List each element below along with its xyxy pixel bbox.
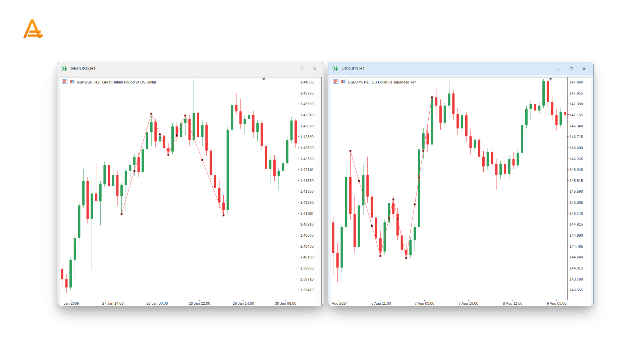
svg-text:1.43550: 1.43550 — [300, 102, 314, 106]
svg-text:1.44030: 1.44030 — [300, 80, 314, 84]
window-controls: – □ ✕ — [553, 65, 589, 73]
candlestick-window-icon — [332, 66, 338, 71]
candlestick-chart-icon — [340, 79, 346, 85]
svg-text:1.42830: 1.42830 — [300, 135, 314, 139]
broker-logo — [21, 18, 43, 39]
minimize-button[interactable]: – — [553, 65, 564, 73]
svg-text:1.43070: 1.43070 — [300, 124, 314, 128]
chart-panel: 1.440301.437901.435501.433101.430701.428… — [60, 77, 322, 306]
svg-text:145.140: 145.140 — [570, 212, 583, 216]
quotes-list-icon — [333, 79, 338, 85]
svg-text:1.41870: 1.41870 — [300, 179, 314, 183]
window-titlebar[interactable]: GBPUSD,H1 – □ ✕ — [57, 62, 324, 75]
svg-text:7 Aug 19:00: 7 Aug 19:00 — [459, 301, 478, 305]
svg-text:1.39710: 1.39710 — [300, 277, 314, 281]
svg-text:1.41630: 1.41630 — [300, 189, 314, 193]
broker-logo-a-icon — [21, 18, 43, 39]
svg-text:1.41390: 1.41390 — [300, 200, 314, 204]
svg-text:1.41150: 1.41150 — [300, 212, 313, 216]
svg-text:27 Jan 14:00: 27 Jan 14:00 — [102, 301, 124, 305]
svg-text:30 Jan 06:00: 30 Jan 06:00 — [275, 301, 297, 305]
svg-text:7 Aug 03:00: 7 Aug 03:00 — [415, 301, 434, 305]
svg-text:144.240: 144.240 — [570, 255, 583, 259]
svg-text:144.015: 144.015 — [570, 266, 583, 270]
svg-text:146.715: 146.715 — [570, 135, 583, 139]
svg-text:1.42590: 1.42590 — [300, 146, 314, 150]
chart-window-usdjpy: USDJPY,H1 – □ ✕ 147.840147.615147.390147… — [328, 62, 594, 306]
candlestick-chart-icon — [69, 79, 75, 85]
svg-text:9 Aug 03:00: 9 Aug 03:00 — [547, 301, 567, 305]
svg-text:147.840: 147.840 — [570, 80, 583, 84]
svg-text:28 Jan 22:00: 28 Jan 22:00 — [189, 301, 210, 305]
svg-text:1.40190: 1.40190 — [300, 255, 314, 259]
svg-text:1.39950: 1.39950 — [300, 266, 314, 270]
svg-text:6 Aug 11:00: 6 Aug 11:00 — [372, 301, 391, 305]
candlestick-window-icon — [61, 66, 67, 71]
close-button[interactable]: ✕ — [579, 65, 589, 73]
svg-text:147.615: 147.615 — [570, 91, 583, 95]
chart-header-label: USDJPY, H1: US Dollar vs Japanese Yen — [348, 80, 417, 84]
window-title: GBPUSD,H1 — [70, 66, 96, 71]
close-button[interactable]: ✕ — [309, 65, 320, 73]
svg-text:144.690: 144.690 — [570, 233, 583, 237]
chart-window-gbpusd: GBPUSD,H1 – □ ✕ 1.440301.437901.435501.4… — [57, 62, 324, 306]
svg-text:1.42110: 1.42110 — [300, 168, 313, 172]
window-title: USDJPY,H1 — [341, 66, 365, 71]
maximize-button[interactable]: □ — [566, 65, 577, 73]
window-titlebar[interactable]: USDJPY,H1 – □ ✕ — [328, 62, 593, 75]
svg-text:1.43310: 1.43310 — [300, 113, 314, 117]
svg-text:1.39470: 1.39470 — [300, 288, 314, 292]
svg-text:146.940: 146.940 — [570, 124, 583, 128]
svg-text:143.565: 143.565 — [570, 288, 583, 292]
candlestick-chart-usdjpy[interactable]: 147.840147.615147.390147.165146.940146.7… — [331, 77, 591, 306]
maximize-button[interactable]: □ — [297, 65, 307, 73]
quotes-list-icon — [62, 79, 67, 85]
svg-text:147.390: 147.390 — [570, 102, 583, 106]
candlestick-chart-gbpusd[interactable]: 1.440301.437901.435501.433101.430701.428… — [60, 77, 321, 306]
chart-header: GBPUSD, H1: Great Britain Pound vs US Do… — [62, 79, 156, 85]
svg-text:1.40430: 1.40430 — [300, 244, 314, 248]
svg-text:146.040: 146.040 — [570, 168, 583, 172]
svg-text:147.165: 147.165 — [570, 113, 583, 117]
svg-text:144.465: 144.465 — [570, 244, 583, 248]
svg-text:Jan 2009: Jan 2009 — [64, 301, 79, 305]
svg-text:1.40670: 1.40670 — [300, 233, 314, 237]
svg-text:29 Jan 14:00: 29 Jan 14:00 — [233, 301, 254, 305]
svg-text:5 Aug 2024: 5 Aug 2024 — [331, 301, 347, 305]
svg-text:28 Jan 06:00: 28 Jan 06:00 — [147, 301, 168, 305]
chart-header: USDJPY, H1: US Dollar vs Japanese Yen — [333, 79, 417, 85]
svg-text:146.265: 146.265 — [570, 157, 583, 161]
minimize-button[interactable]: – — [284, 65, 294, 73]
svg-text:143.790: 143.790 — [570, 277, 583, 281]
svg-text:1.43790: 1.43790 — [300, 91, 314, 95]
svg-text:144.915: 144.915 — [570, 222, 583, 226]
svg-text:8 Aug 11:00: 8 Aug 11:00 — [503, 301, 523, 305]
chart-panel: 147.840147.615147.390147.165146.940146.7… — [331, 77, 591, 306]
svg-text:1.42350: 1.42350 — [300, 157, 314, 161]
svg-text:1.40910: 1.40910 — [300, 222, 314, 226]
chart-header-label: GBPUSD, H1: Great Britain Pound vs US Do… — [77, 80, 156, 84]
svg-text:145.815: 145.815 — [570, 179, 583, 183]
window-controls: – □ ✕ — [284, 65, 320, 73]
svg-text:145.365: 145.365 — [570, 200, 583, 204]
svg-text:145.590: 145.590 — [570, 189, 583, 193]
svg-text:146.490: 146.490 — [570, 146, 583, 150]
